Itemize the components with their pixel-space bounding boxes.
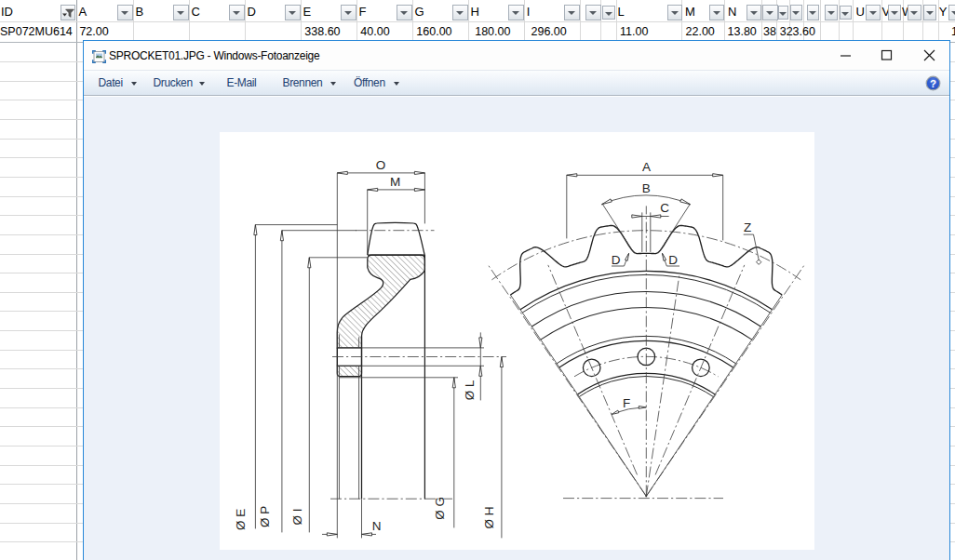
svg-text:Ø P: Ø P bbox=[258, 505, 272, 527]
svg-text:?: ? bbox=[929, 77, 935, 88]
svg-text:N: N bbox=[372, 518, 382, 532]
svg-text:O: O bbox=[376, 158, 386, 172]
svg-text:D: D bbox=[668, 253, 678, 267]
svg-text:C: C bbox=[660, 200, 669, 214]
svg-text:Z: Z bbox=[744, 220, 751, 234]
svg-text:F: F bbox=[623, 395, 630, 409]
svg-text:B: B bbox=[642, 180, 651, 194]
svg-text:Ø L: Ø L bbox=[463, 380, 477, 400]
svg-text:Ø I: Ø I bbox=[290, 508, 304, 525]
svg-text:D: D bbox=[612, 253, 621, 267]
svg-text:A: A bbox=[642, 160, 651, 174]
svg-text:Ø H: Ø H bbox=[482, 506, 496, 528]
svg-text:M: M bbox=[390, 175, 400, 189]
svg-text:Ø E: Ø E bbox=[234, 508, 248, 529]
svg-text:Ø G: Ø G bbox=[433, 497, 447, 520]
